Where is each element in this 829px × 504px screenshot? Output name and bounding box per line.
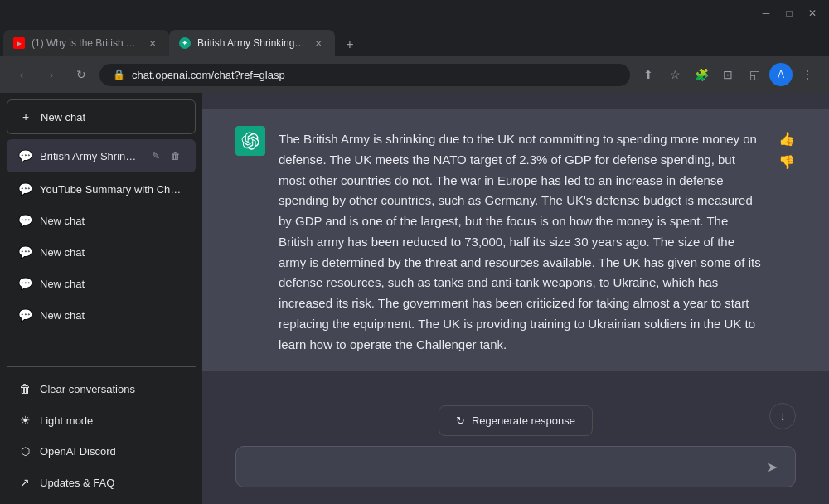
app-content: + New chat 💬 British Army Shrinking ✎ 🗑 … (0, 93, 829, 504)
share-button[interactable]: ⬆ (637, 63, 660, 86)
faq-label: Updates & FAQ (40, 477, 184, 489)
tab-youtube[interactable]: ▶ (1) Why is the British Army shrin... ✕ (3, 30, 169, 56)
send-icon: ➤ (767, 459, 778, 475)
regen-icon: ↻ (456, 414, 465, 427)
sidebar-item-new3[interactable]: 💬 New chat (7, 269, 196, 298)
sidebar-new1-label: New chat (40, 215, 184, 227)
maximize-button[interactable]: □ (779, 3, 799, 23)
sidebar-item-light-mode[interactable]: ☀ Light mode (7, 405, 196, 435)
main-content: The British Army is shrinking due to the… (202, 93, 829, 504)
sidebar-item-british-army[interactable]: 💬 British Army Shrinking ✎ 🗑 (7, 139, 196, 172)
refresh-button[interactable]: ↻ (70, 63, 93, 86)
forward-button[interactable]: › (40, 63, 63, 86)
openai-logo-icon (241, 132, 259, 150)
scroll-down-icon: ↓ (779, 409, 786, 424)
external-link-icon: ↗ (18, 476, 32, 489)
assistant-avatar (235, 126, 265, 156)
chat-area: The British Army is shrinking due to the… (202, 93, 829, 395)
message-actions: 👍 👎 (778, 129, 796, 355)
sidebar-british-label: British Army Shrinking (40, 150, 139, 162)
edit-chat-button[interactable]: ✎ (148, 148, 164, 164)
trash-icon: 🗑 (18, 382, 32, 395)
tab-openai-close[interactable]: ✕ (312, 36, 325, 50)
tab-openai-label: British Army Shrinking Reasons (197, 37, 305, 49)
sun-icon: ☀ (18, 414, 32, 427)
sidebar-new4-label: New chat (40, 309, 184, 322)
address-bar: ‹ › ↻ 🔒 chat.openai.com/chat?ref=glasp ⬆… (0, 56, 829, 93)
sidebar-item-youtube[interactable]: 💬 YouTube Summary with ChatG (7, 174, 196, 204)
profile-avatar[interactable]: A (769, 63, 793, 86)
sidebar-item-clear[interactable]: 🗑 Clear conversations (7, 374, 196, 404)
assistant-message-text: The British Army is shrinking due to the… (279, 126, 764, 355)
menu-button[interactable]: ⋮ (796, 63, 819, 86)
thumbs-up-button[interactable]: 👍 (778, 129, 796, 148)
chat-bottom: ↻ Regenerate response ➤ (202, 395, 829, 504)
chat-icon-new1: 💬 (18, 214, 32, 227)
sidebar-youtube-label: YouTube Summary with ChatG (40, 183, 184, 196)
lock-icon: 🔒 (113, 69, 125, 80)
send-button[interactable]: ➤ (760, 455, 783, 478)
chat-icon-new3: 💬 (18, 277, 32, 290)
tab-openai[interactable]: ✦ British Army Shrinking Reasons ✕ (169, 30, 335, 56)
sidebar-new2-label: New chat (40, 246, 184, 259)
address-actions: ⬆ ☆ 🧩 ⊡ ◱ A ⋮ (637, 63, 819, 86)
sidebar-divider (7, 366, 196, 367)
split-view-button[interactable]: ◱ (743, 63, 766, 86)
regenerate-button[interactable]: ↻ Regenerate response (439, 405, 593, 436)
thumbs-down-button[interactable]: 👎 (778, 153, 796, 171)
url-text: chat.openai.com/chat?ref=glasp (132, 69, 285, 81)
sidebar-item-new4[interactable]: 💬 New chat (7, 300, 196, 330)
delete-chat-button[interactable]: 🗑 (167, 148, 184, 164)
new-chat-plus-icon: + (19, 110, 32, 124)
sidebar-item-new1[interactable]: 💬 New chat (7, 206, 196, 235)
input-area: ➤ (235, 446, 796, 487)
chat-icon-new4: 💬 (18, 308, 32, 322)
clear-conversations-label: Clear conversations (40, 383, 184, 395)
assistant-message-row: The British Army is shrinking due to the… (202, 109, 829, 371)
tabs-bar: ▶ (1) Why is the British Army shrin... ✕… (0, 27, 829, 56)
sidebar-item-discord[interactable]: ⬡ OpenAI Discord (7, 437, 196, 466)
bookmark-button[interactable]: ☆ (663, 63, 686, 86)
tab-youtube-close[interactable]: ✕ (146, 36, 159, 50)
back-button[interactable]: ‹ (10, 63, 33, 86)
sidebar: + New chat 💬 British Army Shrinking ✎ 🗑 … (0, 93, 202, 504)
sidebar-new3-label: New chat (40, 278, 184, 290)
regen-label: Regenerate response (472, 414, 575, 427)
sidebar-item-actions: ✎ 🗑 (148, 148, 184, 164)
new-tab-button[interactable]: + (338, 33, 361, 56)
scroll-bottom-button[interactable]: ↓ (769, 403, 796, 429)
sidebar-bottom: 🗑 Clear conversations ☀ Light mode ⬡ Ope… (7, 361, 196, 497)
tab-youtube-label: (1) Why is the British Army shrin... (32, 37, 139, 49)
discord-icon: ⬡ (18, 445, 32, 458)
profile-switcher-button[interactable]: ⊡ (716, 63, 739, 86)
close-button[interactable]: ✕ (802, 3, 822, 23)
openai-favicon: ✦ (179, 37, 191, 49)
extensions-button[interactable]: 🧩 (690, 63, 713, 86)
minimize-button[interactable]: ─ (756, 3, 776, 23)
chat-icon-youtube: 💬 (18, 182, 32, 196)
browser-chrome: ─ □ ✕ ▶ (1) Why is the British Army shri… (0, 0, 829, 93)
chat-input[interactable] (248, 460, 754, 474)
title-bar: ─ □ ✕ (0, 0, 829, 27)
discord-label: OpenAI Discord (40, 445, 184, 458)
sidebar-item-faq[interactable]: ↗ Updates & FAQ (7, 468, 196, 497)
chat-icon-british: 💬 (18, 149, 32, 162)
url-field[interactable]: 🔒 chat.openai.com/chat?ref=glasp (99, 64, 630, 86)
sidebar-item-new2[interactable]: 💬 New chat (7, 237, 196, 267)
youtube-favicon: ▶ (13, 37, 25, 49)
window-controls: ─ □ ✕ (756, 3, 822, 23)
new-chat-button[interactable]: + New chat (7, 99, 196, 134)
light-mode-label: Light mode (40, 414, 184, 427)
new-chat-label: New chat (41, 111, 183, 124)
regenerate-row: ↻ Regenerate response (235, 405, 796, 436)
chat-icon-new2: 💬 (18, 245, 32, 259)
